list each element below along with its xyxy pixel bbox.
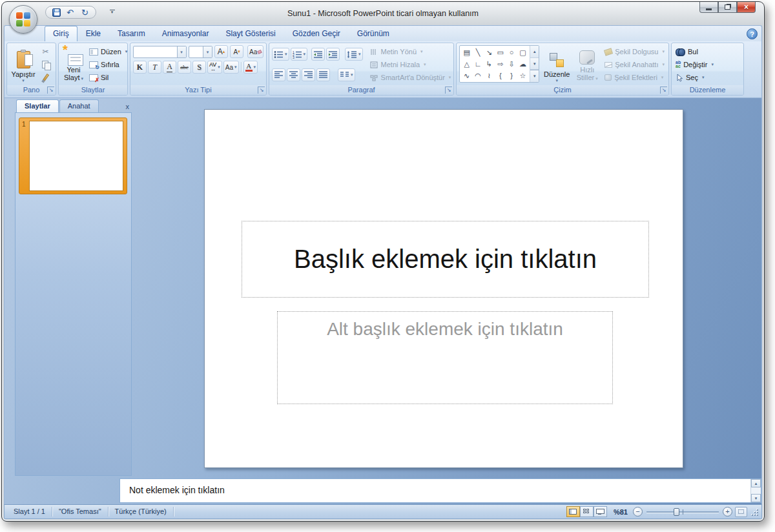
zoom-slider-thumb[interactable] xyxy=(674,508,679,516)
decrease-indent-button[interactable] xyxy=(311,48,325,61)
align-left-button[interactable] xyxy=(272,68,285,81)
slide-indicator[interactable]: Slayt 1 / 1 xyxy=(7,507,52,517)
panel-close-button[interactable]: x xyxy=(126,103,130,110)
shape-curve[interactable]: ≀ xyxy=(484,70,495,81)
shape-effects-button[interactable]: Şekil Efektleri▾ xyxy=(603,72,666,84)
tab-giris[interactable]: Giriş xyxy=(45,26,78,41)
text-direction-button[interactable]: Metin Yönü▾ xyxy=(369,46,453,58)
font-name-combobox[interactable]: ▾ xyxy=(133,46,187,58)
increase-indent-button[interactable] xyxy=(326,48,340,61)
tab-tasarim[interactable]: Tasarım xyxy=(109,26,154,41)
justify-button[interactable] xyxy=(316,68,330,81)
change-case-button[interactable]: Aa▾ xyxy=(223,61,239,74)
text-shadow-button[interactable]: S xyxy=(192,61,206,74)
restore-button[interactable] xyxy=(718,2,737,13)
clear-formatting-button[interactable]: Aa xyxy=(247,45,264,58)
shape-arc[interactable]: ◠ xyxy=(472,70,483,81)
line-spacing-button[interactable]: ▾ xyxy=(345,48,363,61)
underline-button[interactable]: A xyxy=(163,61,176,74)
zoom-slider[interactable] xyxy=(646,507,719,517)
columns-button[interactable]: ▾ xyxy=(338,68,355,81)
reset-button[interactable]: ↻Sıfırla xyxy=(88,59,129,71)
copy-button[interactable] xyxy=(39,58,52,71)
find-button[interactable]: Bul xyxy=(674,46,715,58)
tab-ekle[interactable]: Ekle xyxy=(78,26,109,41)
gallery-scroll-up-button[interactable]: ▴ xyxy=(530,46,539,58)
shape-arrow[interactable]: ↘ xyxy=(484,46,495,58)
shape-fill-button[interactable]: Şekil Dolgusu▾ xyxy=(603,46,666,58)
numbering-button[interactable]: 123 ▾ xyxy=(291,48,308,61)
cizim-dialog-launcher[interactable]: ↘ xyxy=(660,87,667,94)
paste-button[interactable]: Yapıştır ▾ xyxy=(10,45,37,84)
resize-grip[interactable] xyxy=(751,507,759,517)
align-right-button[interactable] xyxy=(302,68,315,81)
close-button[interactable]: × xyxy=(737,2,756,13)
align-center-button[interactable] xyxy=(287,68,300,81)
tab-gorunum[interactable]: Görünüm xyxy=(349,26,398,41)
shape-right-arrow[interactable]: ⇨ xyxy=(495,58,506,70)
shrink-font-button[interactable]: A▾ xyxy=(230,45,243,58)
shape-triangle[interactable]: △ xyxy=(461,58,472,70)
panel-tab-slaytlar[interactable]: Slaytlar xyxy=(16,99,59,112)
arrange-button[interactable]: Düzenle ▾ xyxy=(541,45,572,84)
subtitle-placeholder[interactable]: Alt başlık eklemek için tıklatın xyxy=(277,311,613,404)
notes-scroll-down-button[interactable]: ▾ xyxy=(751,494,761,502)
font-size-combobox[interactable]: ▾ xyxy=(189,46,213,58)
convert-to-smartart-button[interactable]: SmartArt'a Dönüştür▾ xyxy=(369,72,453,84)
minimize-button[interactable] xyxy=(699,2,718,13)
fit-to-window-button[interactable] xyxy=(735,507,747,517)
shape-rounded-rectangle[interactable]: ▢ xyxy=(517,46,528,58)
shape-outline-button[interactable]: Şekil Anahattı▾ xyxy=(603,59,666,71)
gallery-more-button[interactable]: ▾ xyxy=(530,70,539,82)
title-placeholder[interactable]: Başlık eklemek için tıklatın xyxy=(242,221,649,298)
cut-button[interactable]: ✂ xyxy=(39,45,52,58)
quick-styles-button[interactable]: Hızlı Stiller▾ xyxy=(574,45,600,84)
layout-button[interactable]: Düzen▾ xyxy=(88,46,129,58)
slide-sorter-view-button[interactable] xyxy=(580,506,594,517)
shape-textbox[interactable]: ▤ xyxy=(461,46,472,58)
shape-cloud[interactable]: ☁ xyxy=(517,58,528,70)
character-spacing-button[interactable]: AV↔ ▾ xyxy=(207,61,222,74)
pano-dialog-launcher[interactable]: ↘ xyxy=(47,87,54,94)
gallery-scroll-down-button[interactable]: ▾ xyxy=(530,58,539,70)
tab-gozden-gecir[interactable]: Gözden Geçir xyxy=(284,26,349,41)
shape-right-brace[interactable]: } xyxy=(506,70,517,81)
panel-tab-anahat[interactable]: Anahat xyxy=(59,99,99,112)
normal-view-button[interactable] xyxy=(566,506,580,517)
shape-rectangle[interactable]: ▭ xyxy=(495,46,506,58)
zoom-in-button[interactable]: + xyxy=(723,507,732,517)
tab-animasyonlar[interactable]: Animasyonlar xyxy=(154,26,218,41)
font-color-button[interactable]: A ▾ xyxy=(243,61,258,74)
slide-canvas[interactable]: Başlık eklemek için tıklatın Alt başlık … xyxy=(204,109,683,468)
shape-elbow-arrow[interactable]: ↳ xyxy=(484,58,495,70)
grow-font-button[interactable]: A▴ xyxy=(214,45,228,58)
notes-scroll-up-button[interactable]: ▴ xyxy=(751,479,761,487)
delete-slide-button[interactable]: ✗Sil xyxy=(88,72,129,84)
new-slide-button[interactable]: * Yeni Slayt▾ xyxy=(61,45,86,84)
notes-placeholder[interactable]: Not eklemek için tıklatın xyxy=(120,479,750,502)
align-text-button[interactable]: Metni Hizala▾ xyxy=(369,59,453,71)
language-indicator[interactable]: Türkçe (Türkiye) xyxy=(108,507,174,517)
zoom-level[interactable]: %81 xyxy=(614,508,628,516)
zoom-out-button[interactable]: − xyxy=(633,507,643,517)
format-painter-button[interactable] xyxy=(39,71,52,84)
replace-button[interactable]: abacDeğiştir▾ xyxy=(674,59,715,71)
shape-left-brace[interactable]: { xyxy=(495,70,506,81)
help-button[interactable]: ? xyxy=(747,28,758,39)
shape-elbow[interactable]: ∟ xyxy=(472,58,483,70)
shape-scribble[interactable]: ∿ xyxy=(461,70,472,81)
strikethrough-button[interactable]: abe xyxy=(178,61,191,74)
slide-thumbnail-1[interactable]: 1 xyxy=(19,118,127,194)
bullets-button[interactable]: ▾ xyxy=(272,48,289,61)
shape-down-arrow[interactable]: ⇩ xyxy=(506,58,517,70)
select-button[interactable]: Seç▾ xyxy=(674,72,715,84)
tab-slayt-gosterisi[interactable]: Slayt Gösterisi xyxy=(217,26,284,41)
italic-button[interactable]: T xyxy=(148,61,161,74)
shape-line[interactable]: ╲ xyxy=(472,46,483,58)
theme-indicator[interactable]: "Ofis Teması" xyxy=(52,507,108,517)
shape-ellipse[interactable]: ○ xyxy=(506,46,517,58)
office-button[interactable] xyxy=(9,5,37,34)
slideshow-view-button[interactable] xyxy=(594,506,607,517)
yazi-tipi-dialog-launcher[interactable]: ↘ xyxy=(258,87,265,94)
paragraf-dialog-launcher[interactable]: ↘ xyxy=(445,87,452,94)
